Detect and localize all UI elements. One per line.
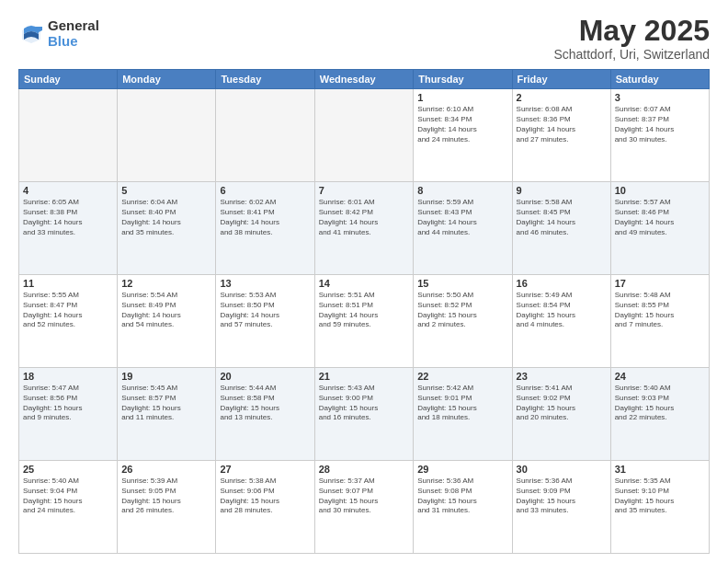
- table-row: 12Sunrise: 5:54 AM Sunset: 8:49 PM Dayli…: [118, 275, 216, 368]
- day-number: 8: [417, 185, 507, 196]
- header: General Blue May 2025 Schattdorf, Uri, S…: [18, 15, 710, 62]
- day-number: 11: [23, 278, 113, 289]
- day-number: 16: [517, 278, 607, 289]
- header-wednesday: Wednesday: [314, 70, 414, 89]
- calendar-week-row: 25Sunrise: 5:40 AM Sunset: 9:04 PM Dayli…: [19, 461, 710, 554]
- table-row: 16Sunrise: 5:49 AM Sunset: 8:54 PM Dayli…: [512, 275, 610, 368]
- logo: General Blue: [18, 18, 99, 49]
- header-saturday: Saturday: [610, 70, 709, 89]
- day-info: Sunrise: 5:54 AM Sunset: 8:49 PM Dayligh…: [121, 291, 211, 330]
- day-info: Sunrise: 5:47 AM Sunset: 8:56 PM Dayligh…: [23, 384, 113, 423]
- day-info: Sunrise: 5:36 AM Sunset: 9:09 PM Dayligh…: [517, 477, 607, 516]
- table-row: [19, 89, 118, 182]
- day-info: Sunrise: 5:41 AM Sunset: 9:02 PM Dayligh…: [517, 384, 607, 423]
- day-number: 6: [220, 185, 310, 196]
- title-block: May 2025 Schattdorf, Uri, Switzerland: [553, 15, 710, 62]
- day-info: Sunrise: 5:37 AM Sunset: 9:07 PM Dayligh…: [319, 477, 410, 516]
- day-number: 1: [417, 92, 507, 103]
- main-title: May 2025: [553, 15, 710, 47]
- subtitle: Schattdorf, Uri, Switzerland: [553, 47, 710, 62]
- day-info: Sunrise: 5:48 AM Sunset: 8:55 PM Dayligh…: [615, 291, 705, 330]
- calendar-table: Sunday Monday Tuesday Wednesday Thursday…: [18, 69, 710, 554]
- header-friday: Friday: [512, 70, 610, 89]
- table-row: 17Sunrise: 5:48 AM Sunset: 8:55 PM Dayli…: [610, 275, 709, 368]
- day-number: 25: [23, 464, 113, 475]
- day-info: Sunrise: 5:49 AM Sunset: 8:54 PM Dayligh…: [517, 291, 607, 330]
- table-row: 19Sunrise: 5:45 AM Sunset: 8:57 PM Dayli…: [118, 368, 216, 461]
- calendar-week-row: 11Sunrise: 5:55 AM Sunset: 8:47 PM Dayli…: [19, 275, 710, 368]
- day-info: Sunrise: 5:40 AM Sunset: 9:04 PM Dayligh…: [23, 477, 113, 516]
- day-info: Sunrise: 5:36 AM Sunset: 9:08 PM Dayligh…: [417, 477, 507, 516]
- table-row: 2Sunrise: 6:08 AM Sunset: 8:36 PM Daylig…: [512, 89, 610, 182]
- day-info: Sunrise: 5:42 AM Sunset: 9:01 PM Dayligh…: [417, 384, 507, 423]
- table-row: 23Sunrise: 5:41 AM Sunset: 9:02 PM Dayli…: [512, 368, 610, 461]
- calendar-week-row: 18Sunrise: 5:47 AM Sunset: 8:56 PM Dayli…: [19, 368, 710, 461]
- table-row: 27Sunrise: 5:38 AM Sunset: 9:06 PM Dayli…: [216, 461, 314, 554]
- logo-icon: [18, 21, 44, 47]
- table-row: 6Sunrise: 6:02 AM Sunset: 8:41 PM Daylig…: [216, 182, 314, 275]
- table-row: 11Sunrise: 5:55 AM Sunset: 8:47 PM Dayli…: [19, 275, 118, 368]
- day-info: Sunrise: 6:08 AM Sunset: 8:36 PM Dayligh…: [517, 105, 607, 144]
- day-info: Sunrise: 6:02 AM Sunset: 8:41 PM Dayligh…: [220, 198, 310, 237]
- table-row: 28Sunrise: 5:37 AM Sunset: 9:07 PM Dayli…: [314, 461, 414, 554]
- day-number: 19: [121, 371, 211, 382]
- page: General Blue May 2025 Schattdorf, Uri, S…: [0, 0, 728, 563]
- day-number: 15: [417, 278, 507, 289]
- day-number: 23: [517, 371, 607, 382]
- table-row: 8Sunrise: 5:59 AM Sunset: 8:43 PM Daylig…: [414, 182, 512, 275]
- day-number: 22: [417, 371, 507, 382]
- day-info: Sunrise: 5:59 AM Sunset: 8:43 PM Dayligh…: [417, 198, 507, 237]
- day-info: Sunrise: 5:57 AM Sunset: 8:46 PM Dayligh…: [615, 198, 705, 237]
- calendar-header-row: Sunday Monday Tuesday Wednesday Thursday…: [19, 70, 710, 89]
- day-info: Sunrise: 6:04 AM Sunset: 8:40 PM Dayligh…: [121, 198, 211, 237]
- header-monday: Monday: [118, 70, 216, 89]
- header-tuesday: Tuesday: [216, 70, 314, 89]
- day-info: Sunrise: 5:55 AM Sunset: 8:47 PM Dayligh…: [23, 291, 113, 330]
- day-info: Sunrise: 5:53 AM Sunset: 8:50 PM Dayligh…: [220, 291, 310, 330]
- day-number: 12: [121, 278, 211, 289]
- table-row: 22Sunrise: 5:42 AM Sunset: 9:01 PM Dayli…: [414, 368, 512, 461]
- day-number: 2: [517, 92, 607, 103]
- day-number: 31: [615, 464, 705, 475]
- day-number: 26: [121, 464, 211, 475]
- day-info: Sunrise: 6:07 AM Sunset: 8:37 PM Dayligh…: [615, 105, 705, 144]
- day-info: Sunrise: 5:35 AM Sunset: 9:10 PM Dayligh…: [615, 477, 705, 516]
- table-row: 31Sunrise: 5:35 AM Sunset: 9:10 PM Dayli…: [610, 461, 709, 554]
- day-number: 27: [220, 464, 310, 475]
- day-info: Sunrise: 5:58 AM Sunset: 8:45 PM Dayligh…: [517, 198, 607, 237]
- table-row: 4Sunrise: 6:05 AM Sunset: 8:38 PM Daylig…: [19, 182, 118, 275]
- table-row: 26Sunrise: 5:39 AM Sunset: 9:05 PM Dayli…: [118, 461, 216, 554]
- day-number: 7: [319, 185, 410, 196]
- day-number: 13: [220, 278, 310, 289]
- day-number: 9: [517, 185, 607, 196]
- table-row: 3Sunrise: 6:07 AM Sunset: 8:37 PM Daylig…: [610, 89, 709, 182]
- day-info: Sunrise: 5:38 AM Sunset: 9:06 PM Dayligh…: [220, 477, 310, 516]
- table-row: 13Sunrise: 5:53 AM Sunset: 8:50 PM Dayli…: [216, 275, 314, 368]
- day-number: 18: [23, 371, 113, 382]
- table-row: [314, 89, 414, 182]
- table-row: 7Sunrise: 6:01 AM Sunset: 8:42 PM Daylig…: [314, 182, 414, 275]
- day-info: Sunrise: 6:01 AM Sunset: 8:42 PM Dayligh…: [319, 198, 410, 237]
- table-row: 20Sunrise: 5:44 AM Sunset: 8:58 PM Dayli…: [216, 368, 314, 461]
- header-sunday: Sunday: [19, 70, 118, 89]
- day-number: 14: [319, 278, 410, 289]
- day-info: Sunrise: 5:44 AM Sunset: 8:58 PM Dayligh…: [220, 384, 310, 423]
- day-number: 4: [23, 185, 113, 196]
- day-number: 3: [615, 92, 705, 103]
- day-number: 30: [517, 464, 607, 475]
- logo-blue-text: Blue: [48, 34, 99, 50]
- table-row: 29Sunrise: 5:36 AM Sunset: 9:08 PM Dayli…: [414, 461, 512, 554]
- day-number: 21: [319, 371, 410, 382]
- day-info: Sunrise: 5:45 AM Sunset: 8:57 PM Dayligh…: [121, 384, 211, 423]
- day-info: Sunrise: 6:05 AM Sunset: 8:38 PM Dayligh…: [23, 198, 113, 237]
- table-row: 10Sunrise: 5:57 AM Sunset: 8:46 PM Dayli…: [610, 182, 709, 275]
- logo-text: General Blue: [48, 18, 99, 49]
- table-row: 24Sunrise: 5:40 AM Sunset: 9:03 PM Dayli…: [610, 368, 709, 461]
- table-row: 25Sunrise: 5:40 AM Sunset: 9:04 PM Dayli…: [19, 461, 118, 554]
- table-row: 1Sunrise: 6:10 AM Sunset: 8:34 PM Daylig…: [414, 89, 512, 182]
- table-row: [216, 89, 314, 182]
- table-row: 14Sunrise: 5:51 AM Sunset: 8:51 PM Dayli…: [314, 275, 414, 368]
- calendar-week-row: 1Sunrise: 6:10 AM Sunset: 8:34 PM Daylig…: [19, 89, 710, 182]
- day-number: 28: [319, 464, 410, 475]
- day-number: 24: [615, 371, 705, 382]
